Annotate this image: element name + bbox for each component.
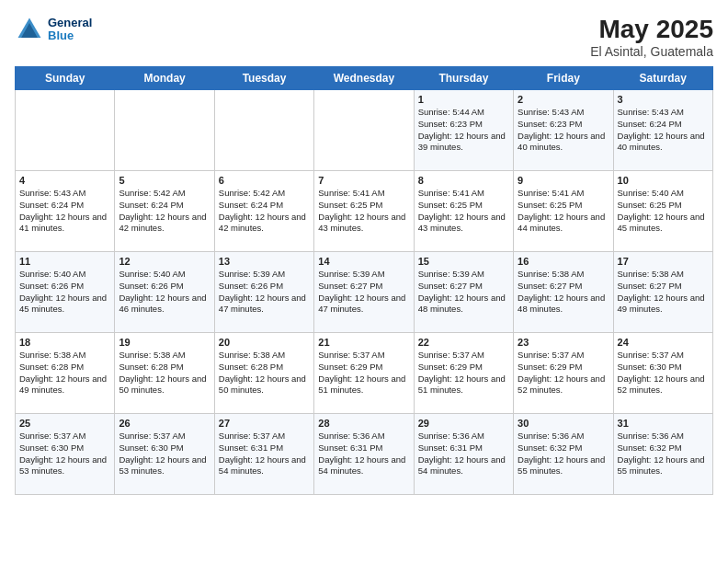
calendar-cell: 3 Sunrise: 5:43 AM Sunset: 6:24 PM Dayli… bbox=[613, 90, 712, 171]
sunset-text: Sunset: 6:26 PM bbox=[219, 281, 310, 293]
sunrise-text: Sunrise: 5:36 AM bbox=[618, 431, 709, 442]
sunrise-text: Sunrise: 5:37 AM bbox=[19, 431, 110, 442]
sunrise-text: Sunrise: 5:38 AM bbox=[19, 350, 110, 362]
day-number: 17 bbox=[618, 256, 709, 267]
day-number: 4 bbox=[19, 175, 110, 186]
day-number: 14 bbox=[318, 256, 409, 267]
sunset-text: Sunset: 6:31 PM bbox=[318, 442, 409, 454]
cell-content: Sunrise: 5:37 AM Sunset: 6:29 PM Dayligh… bbox=[418, 350, 509, 396]
cell-content: Sunrise: 5:37 AM Sunset: 6:29 PM Dayligh… bbox=[518, 350, 609, 396]
sunset-text: Sunset: 6:27 PM bbox=[518, 281, 609, 293]
calendar-cell: 20 Sunrise: 5:38 AM Sunset: 6:28 PM Dayl… bbox=[214, 333, 313, 414]
month-year: May 2025 bbox=[590, 15, 713, 44]
sunrise-text: Sunrise: 5:37 AM bbox=[119, 431, 210, 442]
daylight-text: Daylight: 12 hours and 53 minutes. bbox=[19, 454, 110, 478]
daylight-text: Daylight: 12 hours and 49 minutes. bbox=[19, 373, 110, 397]
day-number: 5 bbox=[119, 175, 210, 186]
sunset-text: Sunset: 6:29 PM bbox=[518, 362, 609, 373]
day-number: 24 bbox=[618, 337, 709, 348]
calendar-cell: 30 Sunrise: 5:36 AM Sunset: 6:32 PM Dayl… bbox=[514, 414, 613, 495]
daylight-text: Daylight: 12 hours and 47 minutes. bbox=[318, 293, 409, 316]
day-number: 12 bbox=[119, 256, 210, 267]
daylight-text: Daylight: 12 hours and 52 minutes. bbox=[518, 373, 609, 397]
logo-line2: Blue bbox=[48, 29, 92, 42]
day-number: 3 bbox=[618, 94, 709, 105]
day-number: 31 bbox=[618, 418, 709, 429]
calendar-cell: 12 Sunrise: 5:40 AM Sunset: 6:26 PM Dayl… bbox=[115, 252, 214, 333]
sunrise-text: Sunrise: 5:40 AM bbox=[19, 269, 110, 281]
calendar-cell: 22 Sunrise: 5:37 AM Sunset: 6:29 PM Dayl… bbox=[414, 333, 513, 414]
day-number: 7 bbox=[318, 175, 409, 186]
cell-content: Sunrise: 5:40 AM Sunset: 6:26 PM Dayligh… bbox=[19, 269, 110, 316]
calendar-cell: 26 Sunrise: 5:37 AM Sunset: 6:30 PM Dayl… bbox=[115, 414, 214, 495]
sunrise-text: Sunrise: 5:39 AM bbox=[219, 269, 310, 281]
daylight-text: Daylight: 12 hours and 54 minutes. bbox=[418, 454, 509, 478]
daylight-text: Daylight: 12 hours and 47 minutes. bbox=[219, 293, 310, 316]
sunrise-text: Sunrise: 5:40 AM bbox=[119, 269, 210, 281]
daylight-text: Daylight: 12 hours and 48 minutes. bbox=[518, 293, 609, 316]
daylight-text: Daylight: 12 hours and 52 minutes. bbox=[618, 373, 709, 397]
sunrise-text: Sunrise: 5:36 AM bbox=[518, 431, 609, 442]
daylight-text: Daylight: 12 hours and 50 minutes. bbox=[119, 373, 210, 397]
sunset-text: Sunset: 6:26 PM bbox=[19, 281, 110, 293]
sunrise-text: Sunrise: 5:42 AM bbox=[219, 188, 310, 200]
sunset-text: Sunset: 6:23 PM bbox=[418, 119, 509, 131]
sunset-text: Sunset: 6:25 PM bbox=[518, 200, 609, 212]
sunrise-text: Sunrise: 5:44 AM bbox=[418, 107, 509, 119]
daylight-text: Daylight: 12 hours and 51 minutes. bbox=[318, 373, 409, 397]
sunrise-text: Sunrise: 5:41 AM bbox=[318, 188, 409, 200]
daylight-text: Daylight: 12 hours and 40 minutes. bbox=[518, 131, 609, 155]
sunset-text: Sunset: 6:25 PM bbox=[618, 200, 709, 212]
sunset-text: Sunset: 6:28 PM bbox=[219, 362, 310, 373]
weekday-header: Monday bbox=[115, 67, 214, 90]
cell-content: Sunrise: 5:43 AM Sunset: 6:24 PM Dayligh… bbox=[19, 188, 110, 235]
cell-content: Sunrise: 5:42 AM Sunset: 6:24 PM Dayligh… bbox=[119, 188, 210, 235]
calendar-cell: 21 Sunrise: 5:37 AM Sunset: 6:29 PM Dayl… bbox=[314, 333, 414, 414]
cell-content: Sunrise: 5:37 AM Sunset: 6:30 PM Dayligh… bbox=[119, 431, 210, 477]
day-number: 18 bbox=[19, 337, 110, 348]
daylight-text: Daylight: 12 hours and 48 minutes. bbox=[418, 293, 509, 316]
sunset-text: Sunset: 6:23 PM bbox=[518, 119, 609, 131]
cell-content: Sunrise: 5:38 AM Sunset: 6:27 PM Dayligh… bbox=[618, 269, 709, 316]
logo-icon bbox=[15, 15, 44, 44]
sunset-text: Sunset: 6:30 PM bbox=[618, 362, 709, 373]
cell-content: Sunrise: 5:39 AM Sunset: 6:27 PM Dayligh… bbox=[418, 269, 509, 316]
sunrise-text: Sunrise: 5:43 AM bbox=[518, 107, 609, 119]
day-number: 29 bbox=[418, 418, 509, 429]
cell-content: Sunrise: 5:43 AM Sunset: 6:23 PM Dayligh… bbox=[518, 107, 609, 154]
daylight-text: Daylight: 12 hours and 45 minutes. bbox=[19, 293, 110, 316]
logo: General Blue bbox=[15, 15, 92, 44]
daylight-text: Daylight: 12 hours and 51 minutes. bbox=[418, 373, 509, 397]
sunrise-text: Sunrise: 5:38 AM bbox=[618, 269, 709, 281]
sunset-text: Sunset: 6:24 PM bbox=[119, 200, 210, 212]
cell-content: Sunrise: 5:41 AM Sunset: 6:25 PM Dayligh… bbox=[518, 188, 609, 235]
day-number: 23 bbox=[518, 337, 609, 348]
sunrise-text: Sunrise: 5:36 AM bbox=[418, 431, 509, 442]
calendar-cell: 4 Sunrise: 5:43 AM Sunset: 6:24 PM Dayli… bbox=[16, 171, 115, 252]
location: El Asintal, Guatemala bbox=[590, 44, 713, 59]
day-number: 6 bbox=[219, 175, 310, 186]
cell-content: Sunrise: 5:38 AM Sunset: 6:27 PM Dayligh… bbox=[518, 269, 609, 316]
calendar-cell: 1 Sunrise: 5:44 AM Sunset: 6:23 PM Dayli… bbox=[414, 90, 513, 171]
sunrise-text: Sunrise: 5:41 AM bbox=[418, 188, 509, 200]
calendar-cell: 31 Sunrise: 5:36 AM Sunset: 6:32 PM Dayl… bbox=[613, 414, 712, 495]
weekday-header: Sunday bbox=[16, 67, 115, 90]
calendar-cell: 19 Sunrise: 5:38 AM Sunset: 6:28 PM Dayl… bbox=[115, 333, 214, 414]
cell-content: Sunrise: 5:37 AM Sunset: 6:31 PM Dayligh… bbox=[219, 431, 310, 477]
logo-text: General Blue bbox=[48, 17, 92, 43]
sunrise-text: Sunrise: 5:43 AM bbox=[19, 188, 110, 200]
calendar-cell: 25 Sunrise: 5:37 AM Sunset: 6:30 PM Dayl… bbox=[16, 414, 115, 495]
daylight-text: Daylight: 12 hours and 54 minutes. bbox=[219, 454, 310, 478]
sunset-text: Sunset: 6:32 PM bbox=[518, 442, 609, 454]
sunrise-text: Sunrise: 5:42 AM bbox=[119, 188, 210, 200]
daylight-text: Daylight: 12 hours and 42 minutes. bbox=[219, 212, 310, 236]
day-number: 1 bbox=[418, 94, 509, 105]
calendar-cell: 15 Sunrise: 5:39 AM Sunset: 6:27 PM Dayl… bbox=[414, 252, 513, 333]
sunrise-text: Sunrise: 5:37 AM bbox=[219, 431, 310, 442]
day-number: 21 bbox=[318, 337, 409, 348]
sunrise-text: Sunrise: 5:37 AM bbox=[618, 350, 709, 362]
day-number: 11 bbox=[19, 256, 110, 267]
calendar-cell: 17 Sunrise: 5:38 AM Sunset: 6:27 PM Dayl… bbox=[613, 252, 712, 333]
cell-content: Sunrise: 5:37 AM Sunset: 6:30 PM Dayligh… bbox=[19, 431, 110, 477]
sunrise-text: Sunrise: 5:38 AM bbox=[518, 269, 609, 281]
